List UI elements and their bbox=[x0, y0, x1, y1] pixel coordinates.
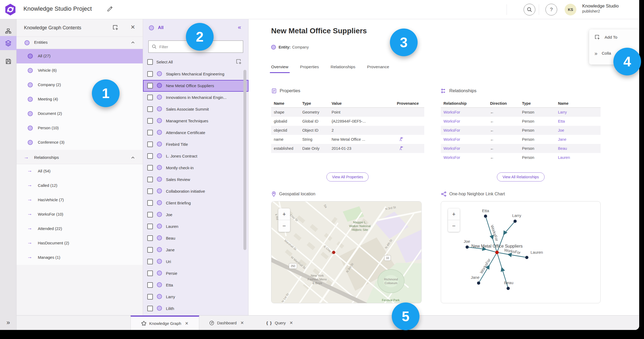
collapse-panel-chevrons-icon[interactable]: « bbox=[238, 24, 241, 31]
add-to-map-button[interactable] bbox=[112, 25, 119, 31]
close-tab-icon[interactable]: ✕ bbox=[290, 320, 293, 325]
relationship-type-row[interactable]: → HasVehicle (7) bbox=[17, 193, 143, 207]
entity-instance-row[interactable]: Managment Techniques bbox=[143, 115, 248, 127]
row-checkbox[interactable] bbox=[147, 271, 153, 276]
user-identity[interactable]: Knowledge Studio publisher2 bbox=[582, 3, 619, 14]
entity-instance-row[interactable]: Persie bbox=[143, 268, 248, 279]
row-checkbox[interactable] bbox=[147, 306, 153, 311]
entity-type-row[interactable]: Company (2) bbox=[17, 78, 143, 92]
zoom-in-button[interactable]: + bbox=[278, 208, 290, 220]
row-checkbox[interactable] bbox=[147, 95, 153, 100]
collapse-caret-icon[interactable] bbox=[131, 41, 135, 45]
row-checkbox[interactable] bbox=[147, 118, 153, 124]
entity-instance-row[interactable]: Joe bbox=[143, 209, 248, 221]
relationship-type-row[interactable]: → Called (12) bbox=[17, 179, 143, 193]
row-checkbox[interactable] bbox=[147, 282, 153, 288]
geospatial-map[interactable]: + − bbox=[271, 201, 422, 303]
detail-tab[interactable]: Provenance bbox=[367, 64, 389, 73]
row-checkbox[interactable] bbox=[147, 235, 153, 241]
tab-knowledge-graph[interactable]: Knowledge Graph ✕ bbox=[131, 316, 199, 330]
view-all-relationships-button[interactable]: View All Relationships bbox=[497, 172, 545, 181]
search-button[interactable] bbox=[524, 4, 535, 15]
relationship-link[interactable]: WorksFor bbox=[441, 155, 487, 160]
help-button[interactable]: ? bbox=[545, 4, 557, 15]
row-checkbox[interactable] bbox=[147, 153, 153, 159]
entity-instance-row[interactable]: Montly check-in bbox=[143, 162, 248, 174]
row-checkbox[interactable] bbox=[147, 83, 153, 88]
view-all-properties-button[interactable]: View All Properties bbox=[327, 172, 369, 181]
one-hop-link-chart[interactable]: + − bbox=[441, 201, 601, 303]
row-checkbox[interactable] bbox=[147, 212, 153, 217]
related-name-link[interactable]: Larry bbox=[555, 110, 601, 114]
entity-instance-row[interactable]: Staplers Mechanical Engineering bbox=[143, 68, 248, 80]
contents-tool-button[interactable] bbox=[0, 36, 17, 50]
add-selection-button[interactable] bbox=[236, 59, 242, 65]
detail-tab[interactable]: Relationships bbox=[331, 64, 355, 73]
link-chart-canvas[interactable]: Etta Larry Joe Lauren Jane Beau New Meta… bbox=[441, 201, 601, 303]
entity-instance-row[interactable]: L. Jones Contract bbox=[143, 150, 248, 162]
tab-dashboard[interactable]: Dashboard ✕ bbox=[204, 316, 249, 330]
relationship-link[interactable]: WorksFor bbox=[441, 128, 487, 132]
detail-tab[interactable]: Overview bbox=[271, 64, 288, 73]
relationship-link[interactable]: WorksFor bbox=[441, 119, 487, 123]
zoom-in-button[interactable]: + bbox=[448, 208, 460, 220]
tab-query[interactable]: { } Query ✕ bbox=[262, 316, 298, 330]
select-all-checkbox[interactable] bbox=[147, 59, 153, 65]
collapse-caret-icon[interactable] bbox=[131, 156, 135, 160]
relationship-link[interactable]: WorksFor bbox=[441, 110, 487, 114]
entity-instance-row[interactable]: Client Briefing bbox=[143, 197, 248, 209]
row-checkbox[interactable] bbox=[147, 130, 153, 135]
entity-instance-row[interactable]: Sales Associate Summit bbox=[143, 103, 248, 115]
related-name-link[interactable]: Joe bbox=[555, 128, 601, 132]
detail-tab[interactable]: Properties bbox=[300, 64, 319, 73]
entities-section-header[interactable]: Entities bbox=[17, 37, 143, 49]
entity-instance-row[interactable]: Jane bbox=[143, 244, 248, 256]
relationship-type-row[interactable]: → WorksFor (10) bbox=[17, 207, 143, 222]
entity-type-row[interactable]: Meeting (4) bbox=[17, 92, 143, 107]
row-checkbox[interactable] bbox=[147, 177, 153, 182]
row-checkbox[interactable] bbox=[147, 224, 153, 229]
entity-type-row[interactable]: All (27) bbox=[17, 49, 143, 63]
relationship-type-row[interactable]: → All (54) bbox=[17, 164, 143, 179]
relationship-type-row[interactable]: → HasDocument (2) bbox=[17, 236, 143, 251]
row-checkbox[interactable] bbox=[147, 71, 153, 77]
entity-instance-row[interactable]: Firebird Title bbox=[143, 139, 248, 150]
close-panel-icon[interactable]: ✕ bbox=[131, 24, 135, 30]
relationship-type-row[interactable]: → Manages (1) bbox=[17, 251, 143, 265]
entity-type-row[interactable]: Conference (3) bbox=[17, 135, 143, 150]
menu-item-add-to[interactable]: Add To bbox=[589, 29, 639, 45]
list-scrollbar-thumb[interactable] bbox=[243, 70, 246, 250]
related-name-link[interactable]: Jane bbox=[555, 137, 601, 142]
entity-instance-row[interactable]: Attendance Certificate bbox=[143, 127, 248, 139]
relationship-link[interactable]: WorksFor bbox=[441, 137, 487, 142]
related-name-link[interactable]: Lauren bbox=[555, 155, 601, 160]
entity-instance-row[interactable]: Larry bbox=[143, 291, 248, 303]
row-checkbox[interactable] bbox=[147, 106, 153, 112]
close-tab-icon[interactable]: ✕ bbox=[240, 320, 244, 325]
basemap-canvas[interactable]: W Clay St E Clay St Marshall St W Marsha… bbox=[271, 201, 422, 303]
entity-instance-row[interactable]: Sales Review bbox=[143, 174, 248, 185]
save-tool-button[interactable] bbox=[0, 54, 17, 68]
entity-instance-row[interactable]: Beau bbox=[143, 232, 248, 244]
entity-instance-row[interactable]: New Metal Office Suppliers bbox=[143, 80, 248, 92]
entity-instance-row[interactable]: Etta bbox=[143, 279, 248, 291]
zoom-out-button[interactable]: − bbox=[278, 220, 290, 232]
row-checkbox[interactable] bbox=[147, 259, 153, 264]
avatar[interactable]: KS bbox=[565, 4, 576, 15]
row-checkbox[interactable] bbox=[147, 165, 153, 171]
center-node[interactable] bbox=[495, 251, 499, 254]
edit-title-pencil-icon[interactable] bbox=[107, 5, 113, 12]
close-tab-icon[interactable]: ✕ bbox=[185, 321, 188, 326]
row-checkbox[interactable] bbox=[147, 200, 153, 206]
relationship-type-row[interactable]: → Attended (22) bbox=[17, 222, 143, 236]
row-checkbox[interactable] bbox=[147, 142, 153, 147]
row-checkbox[interactable] bbox=[147, 294, 153, 300]
entity-type-row[interactable]: Document (2) bbox=[17, 107, 143, 121]
expand-rail-chevrons-icon[interactable]: » bbox=[0, 319, 17, 326]
entity-instance-row[interactable]: Collaboration initiative bbox=[143, 185, 248, 197]
relationship-link[interactable]: WorksFor bbox=[441, 146, 487, 151]
entity-instance-row[interactable]: Innovations in Mechanical Engin... bbox=[143, 92, 248, 103]
related-name-link[interactable]: Etta bbox=[555, 119, 601, 123]
entity-type-row[interactable]: Person (10) bbox=[17, 121, 143, 135]
row-checkbox[interactable] bbox=[147, 188, 153, 194]
